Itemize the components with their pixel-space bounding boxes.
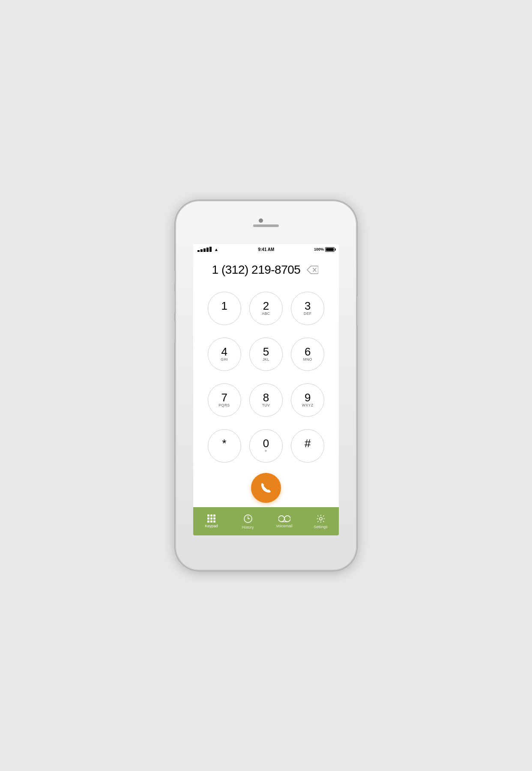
tab-settings[interactable]: Settings <box>302 507 339 535</box>
keypad-row-2: 4 GHI 5 JKL 6 MNO <box>203 331 329 377</box>
keypad-row-4: * 0 + # <box>203 423 329 469</box>
voicemail-tab-icon <box>278 515 290 523</box>
camera <box>259 218 263 223</box>
phone-display: 1 (312) 219-8705 <box>193 254 339 283</box>
tab-voicemail-label: Voicemail <box>276 524 293 528</box>
key-6[interactable]: 6 MNO <box>291 338 324 371</box>
keypad: 1 2 ABC 3 DEF 4 GHI 5 <box>193 283 339 469</box>
key-7[interactable]: 7 PQRS <box>208 383 241 417</box>
mute-button <box>174 270 176 284</box>
key-0[interactable]: 0 + <box>249 429 283 463</box>
keypad-tab-icon <box>207 514 215 523</box>
key-hash[interactable]: # <box>291 429 324 463</box>
volume-up-button <box>174 291 176 314</box>
tab-history[interactable]: History <box>230 507 266 535</box>
status-bar: ▲ 9:41 AM 100% <box>193 244 339 254</box>
battery-icon <box>325 247 335 252</box>
history-tab-icon <box>243 514 253 524</box>
signal-icon <box>197 247 212 252</box>
key-star[interactable]: * <box>208 429 241 463</box>
tab-history-label: History <box>242 525 254 529</box>
key-2[interactable]: 2 ABC <box>249 292 283 325</box>
key-3[interactable]: 3 DEF <box>291 292 324 325</box>
backspace-icon <box>306 265 318 275</box>
tab-voicemail[interactable]: Voicemail <box>266 507 302 535</box>
phone-call-icon <box>260 481 272 494</box>
status-right: 100% <box>314 247 335 252</box>
call-area <box>193 469 339 507</box>
status-time: 9:41 AM <box>258 247 274 252</box>
tab-bar: Keypad History Voicemail <box>193 507 339 535</box>
phone-device: ▲ 9:41 AM 100% 1 (312) 219-8705 <box>176 201 356 570</box>
tab-settings-label: Settings <box>314 525 328 529</box>
key-1[interactable]: 1 <box>208 292 241 325</box>
tab-keypad[interactable]: Keypad <box>193 507 230 535</box>
backspace-button[interactable] <box>305 263 320 276</box>
keypad-row-3: 7 PQRS 8 TUV 9 WXYZ <box>203 377 329 423</box>
svg-point-8 <box>319 517 322 520</box>
phone-screen: ▲ 9:41 AM 100% 1 (312) 219-8705 <box>193 244 339 535</box>
volume-down-button <box>174 320 176 343</box>
call-button[interactable] <box>251 473 281 503</box>
power-button <box>356 296 358 326</box>
battery-percent: 100% <box>314 247 324 251</box>
svg-point-5 <box>278 516 284 522</box>
tab-keypad-label: Keypad <box>205 524 218 528</box>
wifi-icon: ▲ <box>214 247 218 252</box>
key-5[interactable]: 5 JKL <box>249 338 283 371</box>
svg-point-6 <box>284 516 290 522</box>
key-8[interactable]: 8 TUV <box>249 383 283 417</box>
key-9[interactable]: 9 WXYZ <box>291 383 324 417</box>
battery-fill <box>326 248 334 251</box>
settings-tab-icon <box>316 514 326 523</box>
keypad-row-1: 1 2 ABC 3 DEF <box>203 285 329 331</box>
status-left: ▲ <box>197 247 218 252</box>
phone-number: 1 (312) 219-8705 <box>212 263 301 277</box>
key-4[interactable]: 4 GHI <box>208 338 241 371</box>
speaker <box>253 224 279 227</box>
